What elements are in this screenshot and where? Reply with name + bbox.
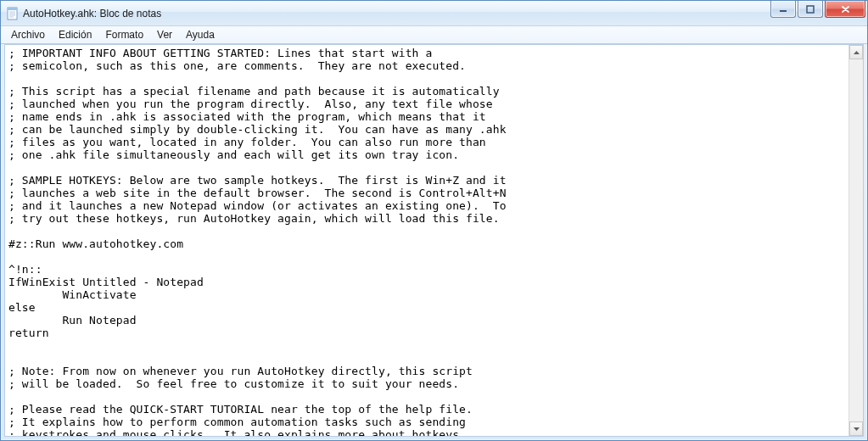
scroll-up-button[interactable] [849,45,863,59]
scroll-down-button[interactable] [849,421,863,436]
window-controls [770,1,865,25]
svg-rect-7 [807,6,814,13]
text-editor[interactable]: ; IMPORTANT INFO ABOUT GETTING STARTED: … [5,45,848,436]
notepad-icon [6,7,20,20]
titlebar[interactable]: AutoHotkey.ahk: Bloc de notas [1,1,867,26]
menu-formato[interactable]: Formato [98,27,150,42]
menu-ayuda[interactable]: Ayuda [179,27,221,42]
menu-archivo[interactable]: Archivo [4,27,52,42]
svg-rect-1 [8,8,17,10]
svg-rect-6 [780,10,787,12]
vertical-scrollbar[interactable] [848,45,863,436]
minimize-button[interactable] [770,1,796,18]
menu-edicion[interactable]: Edición [52,27,98,42]
window-title: AutoHotkey.ahk: Bloc de notas [23,8,161,20]
scroll-track[interactable] [849,59,863,421]
maximize-button[interactable] [798,1,823,18]
notepad-window: AutoHotkey.ahk: Bloc de notas Archivo Ed… [0,0,868,441]
content-area: ; IMPORTANT INFO ABOUT GETTING STARTED: … [4,44,864,437]
menubar: Archivo Edición Formato Ver Ayuda [1,26,867,44]
close-button[interactable] [825,1,865,18]
menu-ver[interactable]: Ver [150,27,179,42]
